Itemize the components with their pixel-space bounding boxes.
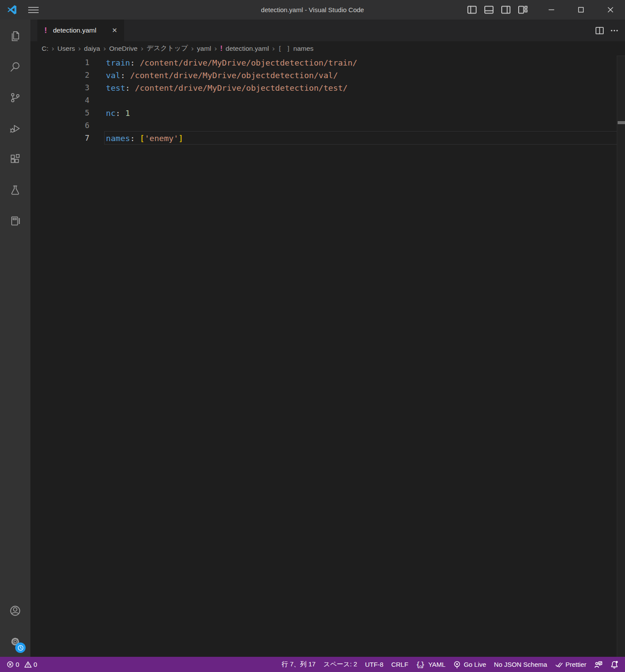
breadcrumb-item[interactable]: Users xyxy=(57,45,75,53)
tab-strip: ! detection.yaml ✕ xyxy=(30,20,625,41)
activity-settings-button[interactable] xyxy=(0,626,30,657)
activity-search-button[interactable] xyxy=(0,51,30,82)
line-number[interactable]: 5 xyxy=(30,107,89,119)
layout-customize-icon xyxy=(518,5,528,15)
toggle-primary-sidebar-button[interactable] xyxy=(464,0,480,20)
toggle-panel-button[interactable] xyxy=(480,0,497,20)
line-content xyxy=(89,94,106,107)
breadcrumb-item[interactable]: OneDrive xyxy=(109,45,137,53)
minimize-icon xyxy=(548,6,555,13)
status-eol[interactable]: CRLF xyxy=(387,657,412,672)
maximize-button[interactable] xyxy=(566,0,595,20)
split-editor-button[interactable] xyxy=(592,23,607,38)
activity-accounts-button[interactable] xyxy=(0,595,30,626)
more-actions-button[interactable] xyxy=(607,23,622,38)
vscode-window: detection.yaml - Visual Studio Code ! de… xyxy=(0,0,625,672)
breadcrumb-item[interactable]: デスクトップ xyxy=(147,44,188,53)
problems-indicator[interactable]: 00 xyxy=(3,657,45,672)
yaml-file-icon: ! xyxy=(220,44,223,53)
layout-sidebar-left-icon xyxy=(467,5,477,15)
split-horizontal-icon xyxy=(595,26,604,35)
error-icon xyxy=(7,661,14,668)
line-number[interactable]: 2 xyxy=(30,69,89,82)
line-content: val: /content/drive/MyDrive/objectdetect… xyxy=(89,69,338,82)
activity-notebook-button[interactable] xyxy=(0,205,30,236)
check-all-icon xyxy=(555,661,563,669)
activity-bar xyxy=(0,20,30,657)
code-editor[interactable]: 1 train: /content/drive/MyDrive/objectde… xyxy=(30,56,625,657)
code-line[interactable]: 6 xyxy=(30,119,625,132)
close-button[interactable] xyxy=(595,0,625,20)
source-control-icon xyxy=(9,91,22,104)
activity-run-and-debug-button[interactable] xyxy=(0,113,30,144)
clock-icon xyxy=(17,645,24,651)
beaker-icon xyxy=(9,184,22,197)
feedback-icon xyxy=(594,660,602,669)
menu-button[interactable] xyxy=(24,0,43,20)
line-number[interactable]: 1 xyxy=(30,56,89,69)
breadcrumb-separator: › xyxy=(191,44,194,53)
customize-layout-button[interactable] xyxy=(514,0,531,20)
account-icon xyxy=(8,604,22,618)
activity-extensions-button[interactable] xyxy=(0,144,30,175)
activity-testing-button[interactable] xyxy=(0,175,30,205)
status-go-live[interactable]: Go Live xyxy=(449,657,490,672)
bell-dot-icon xyxy=(610,660,618,669)
status-indentation[interactable]: スペース: 2 xyxy=(319,657,361,672)
breadcrumb-separator: › xyxy=(272,44,275,53)
scrollbar-track[interactable] xyxy=(617,56,625,657)
overview-cursor-marker xyxy=(618,121,625,124)
hamburger-icon xyxy=(28,6,39,14)
breadcrumb-item[interactable]: !detection.yaml xyxy=(220,44,269,53)
breadcrumb-item[interactable]: [ ]names xyxy=(278,45,314,53)
status-json-schema[interactable]: No JSON Schema xyxy=(490,657,551,672)
status-language-mode[interactable]: {}YAML xyxy=(412,657,450,672)
minimize-button[interactable] xyxy=(536,0,566,20)
breadcrumb-separator: › xyxy=(103,44,106,53)
status-cursor-position[interactable]: 行 7、列 17 xyxy=(278,657,319,672)
yaml-file-icon: ! xyxy=(44,26,52,35)
code-line[interactable]: 3 test: /content/drive/MyDrive/objectdet… xyxy=(30,82,625,94)
braces-badge-icon: {} xyxy=(416,661,426,669)
tab-detection-yaml[interactable]: ! detection.yaml ✕ xyxy=(37,20,124,41)
code-line[interactable]: 2 val: /content/drive/MyDrive/objectdete… xyxy=(30,69,625,82)
symbol-array-icon: [ ] xyxy=(278,45,291,52)
code-line[interactable]: 1 train: /content/drive/MyDrive/objectde… xyxy=(30,56,625,69)
line-number[interactable]: 7 xyxy=(30,132,89,145)
run-debug-icon xyxy=(9,122,22,135)
breadcrumb-separator: › xyxy=(78,44,81,53)
breadcrumb-item[interactable]: yaml xyxy=(197,45,211,53)
layout-sidebar-right-icon xyxy=(501,5,511,15)
breadcrumb-separator: › xyxy=(214,44,217,53)
activity-explorer-button[interactable] xyxy=(0,20,30,51)
line-number[interactable]: 4 xyxy=(30,94,89,107)
line-content: names: ['enemy'] xyxy=(89,132,183,145)
code-line[interactable]: 7 names: ['enemy'] xyxy=(30,132,625,145)
layout-panel-icon xyxy=(484,5,494,15)
breadcrumb-separator: › xyxy=(52,44,55,53)
status-feedback[interactable] xyxy=(590,657,606,672)
toggle-secondary-sidebar-button[interactable] xyxy=(497,0,514,20)
notebook-icon xyxy=(9,214,22,227)
extensions-icon xyxy=(9,153,22,166)
code-line[interactable]: 5 nc: 1 xyxy=(30,107,625,119)
breadcrumb-item[interactable]: daiya xyxy=(84,45,100,53)
status-prettier[interactable]: Prettier xyxy=(551,657,590,672)
close-icon xyxy=(607,6,614,13)
broadcast-icon xyxy=(453,661,461,669)
breadcrumb-separator: › xyxy=(141,44,144,53)
settings-update-badge xyxy=(15,642,26,653)
tab-close-icon[interactable]: ✕ xyxy=(109,25,120,36)
warning-icon xyxy=(24,661,32,668)
ellipsis-icon xyxy=(610,26,619,35)
files-icon xyxy=(9,30,22,43)
line-number[interactable]: 6 xyxy=(30,119,89,132)
status-notifications[interactable] xyxy=(606,657,622,672)
status-encoding[interactable]: UTF-8 xyxy=(361,657,388,672)
activity-source-control-button[interactable] xyxy=(0,82,30,113)
line-content: test: /content/drive/MyDrive/objectdetec… xyxy=(89,82,348,94)
breadcrumb: C:›Users›daiya›OneDrive›デスクトップ›yaml›!det… xyxy=(30,41,625,56)
line-number[interactable]: 3 xyxy=(30,82,89,94)
breadcrumb-item[interactable]: C: xyxy=(42,45,49,53)
code-line[interactable]: 4 xyxy=(30,94,625,107)
